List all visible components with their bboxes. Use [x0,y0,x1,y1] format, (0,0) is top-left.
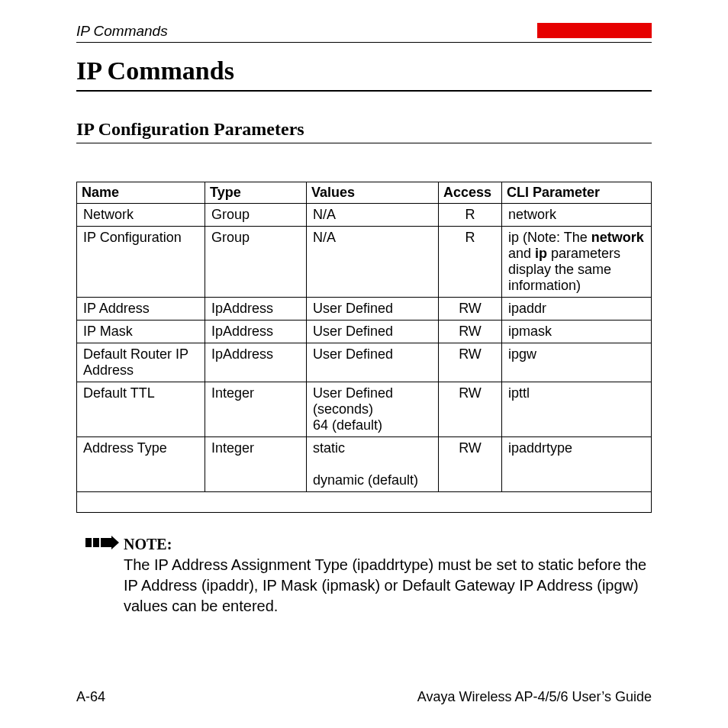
svg-rect-1 [93,538,99,547]
table-cell: ipttl [502,382,652,437]
table-cell: ipaddr [502,298,652,321]
table-cell: Group [205,227,307,298]
table-row: Default TTLIntegerUser Defined (seconds)… [77,382,652,437]
col-cli: CLI Parameter [502,182,652,204]
svg-rect-0 [85,538,92,547]
table-cell: ipaddrtype [502,437,652,492]
note-text: The IP Address Assignment Type (ipaddrty… [124,556,646,614]
table-cell: Address Type [77,437,205,492]
table-row: NetworkGroupN/ARnetwork [77,204,652,227]
table-cell: User Defined (seconds) 64 (default) [307,382,439,437]
table-cell: Network [77,204,205,227]
page-number: A-64 [76,689,105,705]
table-cell: ipgw [502,343,652,382]
header-accent-block [537,23,652,38]
table-blank-row [77,492,652,513]
table-cell: static dynamic (default) [307,437,439,492]
table-row: Address TypeIntegerstatic dynamic (defau… [77,437,652,492]
col-access: Access [439,182,502,204]
note-block: NOTE: The IP Address Assignment Type (ip… [76,534,652,617]
table-cell: IpAddress [205,321,307,343]
table-cell: Default Router IP Address [77,343,205,382]
table-row: IP MaskIpAddressUser DefinedRWipmask [77,321,652,343]
table-cell [77,492,652,513]
col-values: Values [307,182,439,204]
table-cell: RW [439,437,502,492]
col-name: Name [77,182,205,204]
table-cell: IP Configuration [77,227,205,298]
table-cell: RW [439,343,502,382]
table-cell: N/A [307,227,439,298]
table-cell: R [439,227,502,298]
note-label: NOTE: [124,536,172,552]
doc-title: Avaya Wireless AP-4/5/6 User’s Guide [417,689,652,705]
table-cell: IpAddress [205,343,307,382]
table-cell: User Defined [307,321,439,343]
table-cell: RW [439,298,502,321]
table-cell: IpAddress [205,298,307,321]
table-header-row: Name Type Values Access CLI Parameter [77,182,652,204]
table-cell: User Defined [307,343,439,382]
table-cell: IP Mask [77,321,205,343]
table-cell: ip (Note: The network and ip parameters … [502,227,652,298]
table-cell: Integer [205,382,307,437]
table-cell: ipmask [502,321,652,343]
table-cell: IP Address [77,298,205,321]
table-cell: RW [439,382,502,437]
ip-config-parameters-table: Name Type Values Access CLI Parameter Ne… [76,182,652,513]
svg-marker-2 [101,536,119,549]
table-row: IP AddressIpAddressUser DefinedRWipaddr [77,298,652,321]
table-cell: Integer [205,437,307,492]
section-title: IP Configuration Parameters [76,119,652,143]
table-cell: N/A [307,204,439,227]
table-row: IP ConfigurationGroupN/ARip (Note: The n… [77,227,652,298]
table-cell: network [502,204,652,227]
note-arrow-icon [76,534,124,617]
table-cell: Group [205,204,307,227]
table-cell: Default TTL [77,382,205,437]
table-cell: RW [439,321,502,343]
table-row: Default Router IP AddressIpAddressUser D… [77,343,652,382]
table-cell: User Defined [307,298,439,321]
col-type: Type [205,182,307,204]
page-title: IP Commands [76,56,652,92]
table-cell: R [439,204,502,227]
